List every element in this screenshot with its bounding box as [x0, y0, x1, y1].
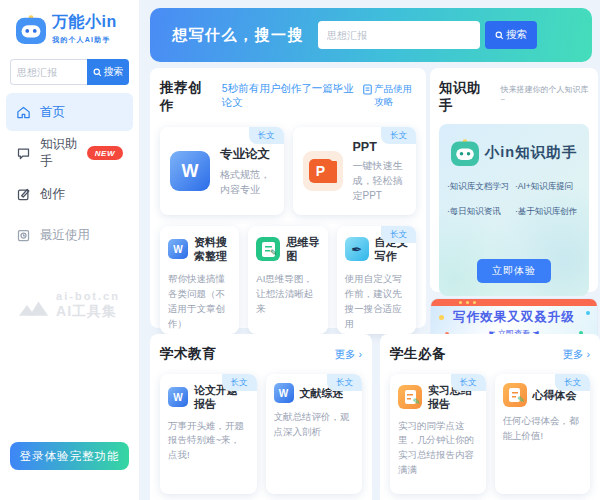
sidebar-item-label: 创作 — [40, 186, 65, 203]
card-desc: 实习的同学点这里，几分钟让你的实习总结报告内容满满 — [398, 419, 478, 478]
sidebar-item-create[interactable]: 创作 — [6, 175, 133, 213]
knowledge-feature: ·知识库文档学习 — [447, 181, 513, 193]
knowledge-feature: ·AI+知识库提问 — [515, 181, 581, 193]
ppt-letter: P — [309, 159, 333, 183]
card-desc: 任何心得体会，都能上价值! — [503, 414, 583, 443]
chat-icon — [16, 146, 31, 161]
card-desc: 万事开头难，开题报告特别难~来，点我! — [168, 419, 249, 463]
long-text-badge: 长文 — [327, 374, 362, 391]
hero-prompt: 想写什么，搜一搜 — [172, 26, 304, 45]
banner-headline: 写作效果又双叒升级 — [431, 309, 597, 326]
knowledge-panel: 知识助手 快来搭建你的个人知识库~ 小in知识助手 ·知识库文档学习 — [430, 68, 598, 292]
word-doc-icon: W — [168, 239, 188, 259]
recent-icon — [16, 228, 31, 243]
search-icon — [93, 68, 102, 77]
sidebar-item-label: 知识助手 — [40, 136, 78, 170]
watermark-line1: ai-bot.cn — [56, 290, 120, 302]
word-icon: W — [170, 151, 210, 191]
doc-icon — [363, 84, 372, 95]
home-icon — [16, 105, 31, 120]
card-material-search[interactable]: W 资料搜索整理 帮你快速搞懂各类问题（不适用于文章创作） — [160, 226, 239, 334]
mindmap-icon: ✎ — [256, 237, 280, 261]
app-subtitle: 我的个人AI助手 — [52, 35, 117, 45]
recent-activity-ticker: 5秒前有用户创作了一篇毕业论文 — [222, 82, 364, 110]
search-icon — [495, 31, 504, 40]
card-reflections[interactable]: 长文 ✎ 心得体会 任何心得体会，都能上价值! — [495, 374, 591, 494]
watermark-line2: AI工具集 — [56, 303, 120, 321]
sidebar-item-knowledge[interactable]: 知识助手 NEW — [6, 134, 133, 172]
card-ppt[interactable]: 长文 P PPT 一键快速生成，轻松搞定PPT — [293, 127, 417, 215]
card-custom-writing[interactable]: 长文 ✒ 自定义写作 使用自定义写作前，建议先搜一搜合适应用 — [337, 226, 416, 334]
app-window: 万能小in 我的个人AI助手 搜索 首页 知识助手 NEW 创 — [0, 0, 600, 500]
knowledge-subtitle: 快来搭建你的个人知识库~ — [500, 84, 589, 104]
sidebar-item-label: 首页 — [40, 104, 65, 121]
academic-section: 学术教育 更多 › 长文 W 论文开题报告 万事开头难，开题报告特别难~来，点我… — [150, 334, 372, 500]
card-thesis-proposal[interactable]: 长文 W 论文开题报告 万事开头难，开题报告特别难~来，点我! — [160, 374, 257, 494]
hero-search-button[interactable]: 搜索 — [485, 21, 537, 49]
login-button[interactable]: 登录体验完整功能 — [10, 442, 129, 470]
pen-glyph: ✎ — [412, 397, 420, 407]
word-icon: W — [168, 387, 188, 407]
word-icon: W — [274, 383, 294, 403]
card-desc: 帮你快速搞懂各类问题（不适用于文章创作） — [168, 271, 231, 332]
sidebar-item-label: 最近使用 — [40, 227, 90, 244]
long-text-badge: 长文 — [249, 127, 284, 144]
long-text-badge: 长文 — [451, 374, 486, 391]
report-icon: ✎ — [398, 385, 422, 409]
knowledge-assistant-card[interactable]: 小in知识助手 ·知识库文档学习 ·AI+知识库提问 ·每日知识资讯 ·基于知识… — [439, 124, 589, 296]
sidebar-search-input[interactable] — [10, 59, 87, 85]
knowledge-card-title: 小in知识助手 — [485, 143, 577, 162]
banner-top-bar — [431, 299, 597, 306]
sidebar-item-home[interactable]: 首页 — [6, 93, 133, 131]
sidebar-search-button[interactable]: 搜索 — [87, 59, 129, 85]
ai-bot-logo-icon — [19, 296, 49, 316]
card-title: 思维导图 — [286, 235, 319, 264]
card-professional-thesis[interactable]: 长文 W 专业论文 格式规范，内容专业 — [160, 127, 284, 215]
sidebar: 万能小in 我的个人AI助手 搜索 首页 知识助手 NEW 创 — [0, 0, 140, 500]
sidebar-item-recent[interactable]: 最近使用 — [6, 216, 133, 254]
card-desc: 使用自定义写作前，建议先搜一搜合适应用 — [345, 271, 408, 332]
app-logo: 万能小in 我的个人AI助手 — [0, 0, 139, 55]
long-text-badge: 长文 — [555, 374, 590, 391]
hero-search-banner: 想写什么，搜一搜 搜索 — [150, 8, 592, 62]
robot-icon — [451, 138, 479, 166]
card-desc: 格式规范，内容专业 — [220, 167, 274, 197]
long-text-badge: 长文 — [222, 374, 257, 391]
long-text-badge: 长文 — [381, 127, 416, 144]
new-badge: NEW — [87, 146, 123, 160]
recommend-panel: 推荐创作 5秒前有用户创作了一篇毕业论文 产品使用攻略 长文 W 专业论文 格式… — [150, 68, 426, 328]
app-title: 万能小in — [52, 12, 117, 33]
robot-logo-icon — [16, 14, 46, 44]
section-title: 学生必备 — [390, 345, 446, 363]
card-literature-review[interactable]: 长文 W 文献综述 文献总结评价，观点深入剖析 — [266, 374, 363, 494]
more-link[interactable]: 更多 › — [335, 348, 362, 362]
card-desc: AI思维导图，让想法清晰起来 — [256, 271, 319, 317]
card-internship-report[interactable]: 长文 ✎ 实习总结报告 实习的同学点这里，几分钟让你的实习总结报告内容满满 — [390, 374, 486, 494]
ppt-icon: P — [303, 151, 343, 191]
card-mindmap[interactable]: ✎ 思维导图 AI思维导图，让想法清晰起来 — [248, 226, 327, 334]
try-now-button[interactable]: 立即体验 — [477, 259, 551, 283]
more-link[interactable]: 更多 › — [563, 348, 590, 362]
pen-glyph: ✎ — [517, 395, 525, 405]
pen-glyph: ✎ — [270, 248, 278, 258]
section-title: 学术教育 — [160, 345, 216, 363]
card-desc: 文献总结评价，观点深入剖析 — [274, 410, 355, 439]
edit-icon — [16, 187, 31, 202]
card-title: 资料搜索整理 — [194, 235, 231, 264]
product-guide-link[interactable]: 产品使用攻略 — [363, 83, 416, 109]
fountain-pen-icon: ✒ — [345, 237, 369, 261]
guide-link-label: 产品使用攻略 — [374, 83, 412, 107]
recommend-title: 推荐创作 — [160, 79, 212, 115]
hero-search-input[interactable] — [318, 21, 480, 49]
hero-search-label: 搜索 — [506, 28, 527, 42]
sidebar-menu: 首页 知识助手 NEW 创作 最近使用 — [0, 93, 139, 254]
knowledge-feature: ·基于知识库创作 — [515, 206, 581, 218]
knowledge-feature: ·每日知识资讯 — [447, 206, 513, 218]
knowledge-title: 知识助手 — [439, 79, 492, 115]
card-title: 专业论文 — [220, 146, 274, 163]
student-section: 学生必备 更多 › 长文 ✎ 实习总结报告 实习的同学点这里，几分钟让你的实习总… — [380, 334, 600, 500]
long-text-badge: 长文 — [381, 226, 416, 243]
main-content: 想写什么，搜一搜 搜索 推荐创作 5秒前有用户创作了一篇毕业论文 产品使用攻略 … — [148, 0, 600, 500]
ai-bot-watermark: ai-bot.cn AI工具集 — [0, 290, 139, 321]
sidebar-search-label: 搜索 — [104, 65, 124, 79]
